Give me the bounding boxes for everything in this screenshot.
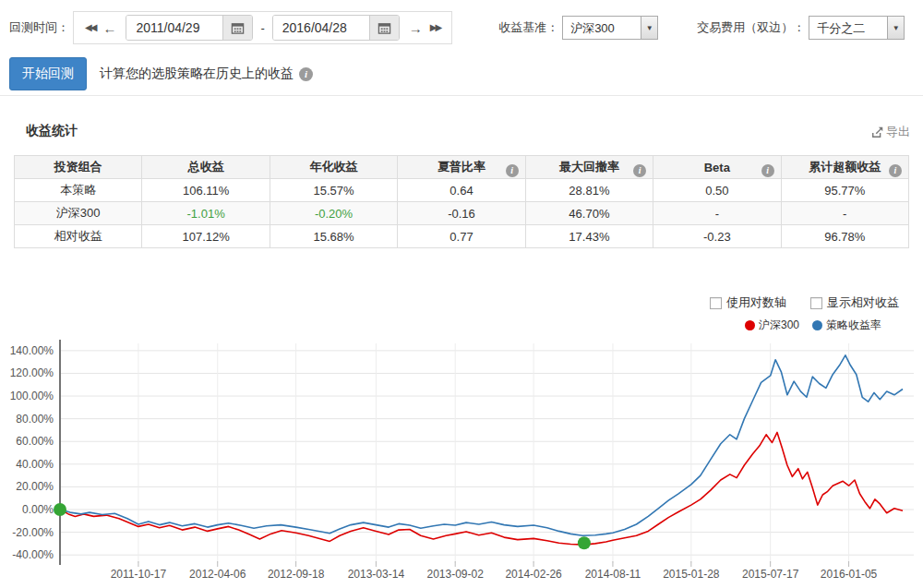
- y-axis-tick-label: -40.00%: [12, 548, 54, 561]
- stats-table: 投资组合总收益年化收益夏普比率i最大回撤率iBetai累计超额收益i 本策略10…: [14, 155, 909, 248]
- table-header-label: 总收益: [188, 160, 224, 174]
- table-value-cell: 96.78%: [781, 225, 908, 248]
- table-value-cell: 0.64: [398, 179, 525, 202]
- y-axis-tick-label: 60.00%: [16, 435, 54, 448]
- benchmark-select[interactable]: 沪深300 ▼: [562, 16, 658, 40]
- chart-legend: 沪深300策略收益率: [745, 318, 881, 333]
- legend-dot-icon: [812, 320, 822, 330]
- stats-table-head: 投资组合总收益年化收益夏普比率i最大回撤率iBetai累计超额收益i: [15, 156, 909, 179]
- legend-dot-icon: [745, 320, 755, 330]
- x-axis-tick-label: 2012-09-18: [268, 568, 325, 581]
- series-line: [60, 355, 903, 536]
- backtest-time-label: 回测时间：: [9, 19, 69, 36]
- run-backtest-button[interactable]: 开始回测: [9, 57, 87, 90]
- table-value-cell: 0.77: [398, 225, 525, 248]
- date-range-group: ◀◀ ← -: [73, 11, 452, 44]
- fee-label: 交易费用（双边）：: [697, 19, 805, 36]
- chevron-down-icon: ▼: [641, 17, 657, 39]
- table-value-cell: -: [781, 202, 908, 225]
- export-button[interactable]: 导出: [871, 124, 910, 140]
- legend-item[interactable]: 沪深300: [745, 318, 799, 333]
- chart-option-checkbox[interactable]: 显示相对收益: [810, 294, 899, 311]
- y-axis-tick-label: 0.00%: [22, 503, 54, 516]
- table-row: 本策略106.11%15.57%0.6428.81%0.5095.77%: [15, 179, 909, 202]
- end-date-input[interactable]: [273, 16, 369, 40]
- step-back-button[interactable]: ←: [99, 21, 120, 35]
- table-value-cell: 15.57%: [270, 179, 397, 202]
- info-icon[interactable]: i: [299, 67, 313, 81]
- export-icon: [871, 126, 884, 138]
- start-date-calendar-button[interactable]: [222, 16, 252, 40]
- table-value-cell: 95.77%: [781, 179, 908, 202]
- y-axis-tick-label: 40.00%: [16, 458, 54, 471]
- table-header-cell: Betai: [653, 156, 781, 179]
- step-forward-button[interactable]: →: [405, 21, 426, 35]
- portfolio-name-cell: 本策略: [15, 179, 142, 202]
- table-row: 沪深300-1.01%-0.20%-0.1646.70%--: [15, 202, 909, 225]
- table-value-cell: 46.70%: [525, 202, 653, 225]
- table-value-cell: -0.20%: [270, 202, 397, 225]
- start-date-field: [126, 15, 253, 41]
- table-value-cell: -: [653, 202, 781, 225]
- x-axis-tick-label: 2013-09-02: [427, 568, 485, 581]
- table-header-label: 投资组合: [54, 160, 102, 174]
- drawdown-marker: [54, 503, 66, 516]
- table-header-label: 累计超额收益: [809, 160, 881, 174]
- x-axis-tick-label: 2014-08-11: [585, 568, 641, 581]
- table-value-cell: -1.01%: [142, 202, 270, 225]
- info-icon[interactable]: i: [889, 164, 902, 177]
- table-header-cell: 年化收益: [270, 156, 397, 179]
- stats-table-body: 本策略106.11%15.57%0.6428.81%0.5095.77%沪深30…: [15, 179, 909, 248]
- table-value-cell: 15.68%: [270, 225, 397, 248]
- table-header-label: 年化收益: [310, 160, 358, 174]
- y-axis-tick-label: 120.00%: [10, 366, 54, 379]
- y-axis-tick-label: 20.00%: [16, 480, 54, 493]
- calendar-icon: [378, 21, 391, 35]
- portfolio-name-cell: 沪深300: [15, 202, 142, 225]
- y-axis-tick-label: 100.00%: [10, 390, 54, 402]
- end-date-calendar-button[interactable]: [369, 16, 399, 40]
- table-header-cell: 最大回撤率i: [525, 156, 653, 179]
- checkbox-icon[interactable]: [810, 297, 822, 309]
- table-value-cell: 0.50: [653, 179, 781, 202]
- x-axis-tick-label: 2014-02-26: [505, 568, 562, 581]
- table-value-cell: -0.23: [653, 225, 781, 248]
- table-header-label: 最大回撤率: [559, 160, 619, 174]
- table-value-cell: 106.11%: [142, 179, 270, 202]
- table-header-cell: 累计超额收益i: [781, 156, 908, 179]
- start-date-input[interactable]: [126, 16, 222, 40]
- checkbox-label: 显示相对收益: [827, 294, 899, 311]
- fee-select[interactable]: 千分之二 ▼: [809, 16, 905, 40]
- stats-title: 收益统计: [26, 123, 78, 139]
- info-icon[interactable]: i: [633, 164, 646, 177]
- table-value-cell: 17.43%: [525, 225, 653, 248]
- info-icon[interactable]: i: [761, 164, 774, 177]
- checkbox-icon[interactable]: [710, 297, 722, 309]
- step-forward-fast-button[interactable]: ▶▶: [426, 23, 444, 32]
- legend-label: 策略收益率: [826, 318, 881, 333]
- x-axis-tick-label: 2016-01-05: [821, 568, 878, 581]
- legend-item[interactable]: 策略收益率: [812, 318, 881, 333]
- table-header-cell: 总收益: [142, 156, 270, 179]
- table-row: 相对收益107.12%15.68%0.7717.43%-0.2396.78%: [15, 225, 909, 248]
- step-back-fast-button[interactable]: ◀◀: [81, 23, 99, 32]
- chevron-down-icon: ▼: [887, 17, 904, 39]
- chart-checkbox-row: 使用对数轴显示相对收益: [710, 294, 899, 311]
- x-axis-tick-label: 2015-07-17: [742, 568, 799, 581]
- returns-chart[interactable]: 140.00%120.00%100.00%80.00%60.00%40.00%2…: [0, 338, 923, 588]
- table-header-cell: 夏普比率i: [398, 156, 525, 179]
- legend-label: 沪深300: [759, 318, 799, 333]
- x-axis-tick-label: 2011-10-17: [111, 568, 167, 581]
- end-date-field: [272, 15, 400, 41]
- chart-option-checkbox[interactable]: 使用对数轴: [710, 294, 786, 311]
- y-axis-tick-label: 140.00%: [10, 344, 54, 357]
- section-divider: [0, 95, 923, 96]
- export-label: 导出: [886, 124, 910, 140]
- fee-selected-value: 千分之二: [809, 17, 887, 39]
- calendar-icon: [231, 21, 245, 35]
- action-row: 开始回测 计算您的选股策略在历史上的收益 i: [9, 57, 313, 90]
- x-axis-tick-label: 2013-03-14: [348, 568, 405, 581]
- info-icon[interactable]: i: [506, 164, 519, 177]
- checkbox-label: 使用对数轴: [726, 294, 786, 311]
- table-header-cell: 投资组合: [15, 156, 142, 179]
